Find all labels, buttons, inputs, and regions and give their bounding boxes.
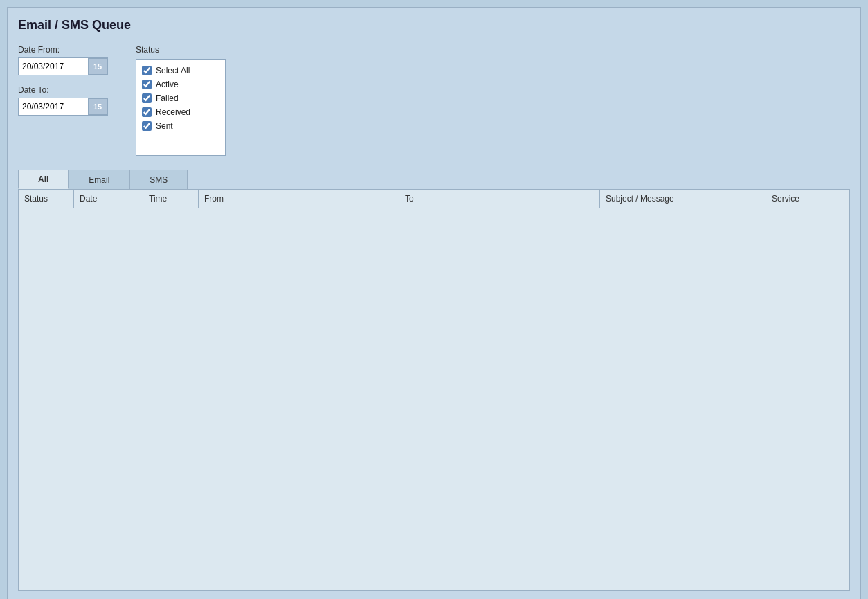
tab-email[interactable]: Email: [69, 170, 129, 189]
status-option-active: Active: [142, 78, 219, 91]
status-option-label-sent: Sent: [156, 121, 173, 131]
col-header-service: Service: [766, 190, 849, 208]
status-checkbox-active[interactable]: [142, 80, 152, 89]
status-option-failed: Failed: [142, 91, 219, 105]
status-option-label-select_all: Select All: [156, 66, 190, 75]
status-option-label-failed: Failed: [156, 93, 179, 103]
status-option-label-received: Received: [156, 107, 190, 117]
tab-sms[interactable]: SMS: [129, 170, 188, 189]
form-section: Date From: 15 Date To: 15 Status Select …: [18, 45, 850, 156]
tab-all[interactable]: All: [18, 170, 69, 189]
col-header-to: To: [399, 190, 600, 208]
date-to-group: Date To: 15: [18, 85, 108, 116]
col-header-time: Time: [143, 190, 199, 208]
status-checkbox-received[interactable]: [142, 107, 152, 117]
table-header: Status Date Time From To Subject / Messa…: [19, 190, 849, 208]
page-container: Email / SMS Queue Date From: 15 Date To:…: [7, 7, 861, 599]
date-to-wrapper: 15: [18, 98, 108, 116]
col-header-date: Date: [74, 190, 143, 208]
status-label: Status: [136, 45, 226, 55]
date-to-label: Date To:: [18, 85, 108, 95]
date-from-calendar-btn[interactable]: 15: [88, 58, 107, 75]
status-option-sent: Sent: [142, 119, 219, 133]
status-option-received: Received: [142, 105, 219, 119]
tabs-row: AllEmailSMS: [18, 170, 850, 189]
status-option-label-active: Active: [156, 80, 179, 89]
status-checkbox-sent[interactable]: [142, 121, 152, 131]
date-group: Date From: 15 Date To: 15: [18, 45, 108, 116]
date-from-group: Date From: 15: [18, 45, 108, 75]
page-title: Email / SMS Queue: [18, 18, 850, 33]
date-from-input[interactable]: [19, 60, 88, 73]
col-header-from: From: [199, 190, 399, 208]
status-group: Status Select AllActiveFailedReceivedSen…: [136, 45, 226, 156]
status-option-select_all: Select All: [142, 64, 219, 78]
col-header-subject: Subject / Message: [600, 190, 766, 208]
date-to-input[interactable]: [19, 100, 88, 113]
data-table-container: Status Date Time From To Subject / Messa…: [18, 189, 850, 591]
date-from-label: Date From:: [18, 45, 108, 55]
date-to-calendar-btn[interactable]: 15: [88, 98, 107, 115]
date-from-wrapper: 15: [18, 57, 108, 75]
status-checkbox-failed[interactable]: [142, 93, 152, 103]
status-dropdown: Select AllActiveFailedReceivedSent: [136, 59, 226, 156]
status-checkbox-select_all[interactable]: [142, 66, 152, 75]
col-header-status: Status: [19, 190, 74, 208]
table-body: [19, 208, 849, 582]
